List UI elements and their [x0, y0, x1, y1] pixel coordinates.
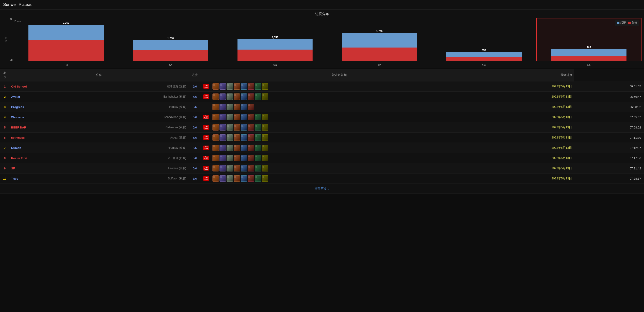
bar-blue-6/6 [551, 49, 626, 56]
y-tick-0k: 0k [10, 58, 12, 61]
boss-icon-0-4 [241, 83, 247, 90]
boss-icon-3-1 [220, 114, 226, 120]
boss-icon-2-5 [248, 104, 254, 110]
youtube-cell-3[interactable]: You Tube [202, 112, 211, 122]
server-name-8: Faerlina (美服) [168, 166, 186, 170]
boss-icon-3-4 [241, 114, 247, 120]
th-progress: 进度 [188, 69, 202, 82]
boss-icon-7-2 [226, 155, 233, 161]
bar-red-5/6 [446, 57, 522, 61]
youtube-cell-5[interactable]: You Tube [202, 132, 211, 143]
boss-icon-8-0 [212, 165, 219, 172]
time-cell-9: 07:28:37 [574, 174, 644, 184]
youtube-cell-4[interactable]: You Tube [202, 122, 211, 132]
boss-icon-9-6 [255, 175, 261, 182]
bosses-cell-1 [211, 92, 468, 102]
table-row: 4WelcomeBenediction (美服)6/6You Tube2022年… [0, 112, 644, 122]
boss-icon-4-5 [248, 124, 254, 130]
youtube-icon-6[interactable]: You Tube [203, 146, 209, 150]
legend-guild-label: 联盟 [620, 21, 626, 25]
youtube-cell-6[interactable]: You Tube [202, 143, 211, 153]
guild-name-0[interactable]: Old School [11, 85, 27, 88]
bar-red-3/6 [238, 50, 313, 61]
boss-icon-3-7 [262, 114, 268, 120]
bar-stack-4/6 [342, 33, 417, 61]
time-cell-2: 06:58:52 [574, 102, 644, 112]
bar-label-5/6: 555 [482, 49, 486, 52]
guild-name-4[interactable]: BEEF BAR [11, 126, 26, 129]
bar-label-1/6: 2,252 [63, 22, 70, 24]
time-cell-4: 07:08:02 [574, 122, 644, 132]
progress-cell-9: 6/6 [188, 174, 202, 184]
bar-stack-1/6 [28, 25, 104, 61]
guild-cell-3: WelcomeBenediction (美服) [9, 112, 188, 122]
bar-red-1/6 [28, 40, 104, 61]
guild-name-7[interactable]: Realm First [11, 156, 27, 160]
guild-name-8[interactable]: SF [11, 167, 15, 170]
legend-tribe-color [628, 22, 631, 24]
boss-icon-9-0 [212, 175, 219, 182]
youtube-cell-9[interactable]: You Tube [202, 174, 211, 184]
guild-cell-0: Old School维希度斯 (国服) [9, 82, 188, 92]
bar-xlabel-6/6: 6/6 [587, 64, 590, 66]
guild-name-5[interactable]: spineless [11, 136, 24, 140]
date-cell-9: 2022年5月13日 [468, 174, 574, 184]
boss-icon-1-4 [241, 94, 247, 100]
youtube-icon-8[interactable]: You Tube [203, 166, 209, 171]
bosses-cell-7 [211, 153, 468, 163]
table-header-row: 名次 公会 进度 被击杀首领 最终进度 [0, 69, 644, 82]
boss-icon-1-6 [255, 94, 261, 100]
boss-icon-6-6 [255, 145, 261, 151]
y-tick-2k: 2k [10, 18, 12, 21]
boss-icon-2-0 [212, 104, 219, 110]
bosses-cell-6 [211, 143, 468, 153]
youtube-icon-0[interactable]: You Tube [203, 84, 209, 89]
boss-icon-9-3 [234, 175, 240, 182]
guild-name-1[interactable]: Avatar [11, 95, 20, 98]
rank-cell-9: 10 [0, 174, 9, 184]
youtube-cell-0[interactable]: You Tube [202, 82, 211, 92]
bar-xlabel-4/6: 4/6 [378, 64, 381, 67]
boss-icon-6-1 [220, 145, 226, 151]
guild-cell-1: AvatarEarthshaker (欧服) [9, 92, 188, 102]
guild-cell-9: TribeSulfuron (欧服) [9, 174, 188, 184]
table-section: 名次 公会 进度 被击杀首领 最终进度 1Old School维希度斯 (国服)… [0, 69, 644, 194]
guild-name-9[interactable]: Tribe [11, 177, 18, 180]
bar-blue-4/6 [342, 33, 417, 48]
boss-icon-5-1 [220, 134, 226, 141]
boss-icon-5-6 [255, 134, 261, 141]
youtube-icon-1[interactable]: You Tube [203, 94, 209, 99]
youtube-icon-7[interactable]: You Tube [203, 156, 209, 160]
boss-icon-0-7 [262, 83, 268, 90]
bar-stack-6/6 [551, 49, 626, 61]
youtube-cell-1[interactable]: You Tube [202, 92, 211, 102]
guild-name-2[interactable]: Progress [11, 105, 24, 109]
youtube-icon-4[interactable]: You Tube [203, 125, 209, 130]
youtube-icon-9[interactable]: You Tube [203, 176, 209, 181]
youtube-cell-8[interactable]: You Tube [202, 163, 211, 174]
guild-name-6[interactable]: Numen [11, 146, 21, 150]
boss-icon-1-3 [234, 94, 240, 100]
youtube-icon-3[interactable]: You Tube [203, 115, 209, 120]
guild-name-3[interactable]: Welcome [11, 116, 24, 119]
guild-cell-8: SFFaerlina (美服) [9, 163, 188, 174]
boss-icon-2-4 [241, 104, 247, 110]
boss-icon-7-7 [262, 155, 268, 161]
view-more[interactable]: 查看更多... [0, 184, 644, 194]
chart-legend: 联盟 部落 [615, 20, 639, 26]
date-cell-7: 2022年5月13日 [468, 153, 574, 163]
boss-icon-2-3 [234, 104, 240, 110]
youtube-cell-7[interactable]: You Tube [202, 153, 211, 163]
boss-icon-4-7 [262, 124, 268, 130]
view-more-link[interactable]: 查看更多... [315, 187, 329, 190]
boss-icon-6-0 [212, 145, 219, 151]
date-cell-1: 2022年5月13日 [468, 92, 574, 102]
legend-tribe: 部落 [628, 21, 637, 25]
server-name-1: Earthshaker (欧服) [163, 95, 186, 99]
date-cell-2: 2022年5月13日 [468, 102, 574, 112]
progress-cell-3: 6/6 [188, 112, 202, 122]
date-cell-5: 2022年5月13日 [468, 132, 574, 143]
boss-icon-8-2 [226, 165, 233, 172]
youtube-icon-5[interactable]: You Tube [203, 135, 209, 140]
boss-icon-7-6 [255, 155, 261, 161]
